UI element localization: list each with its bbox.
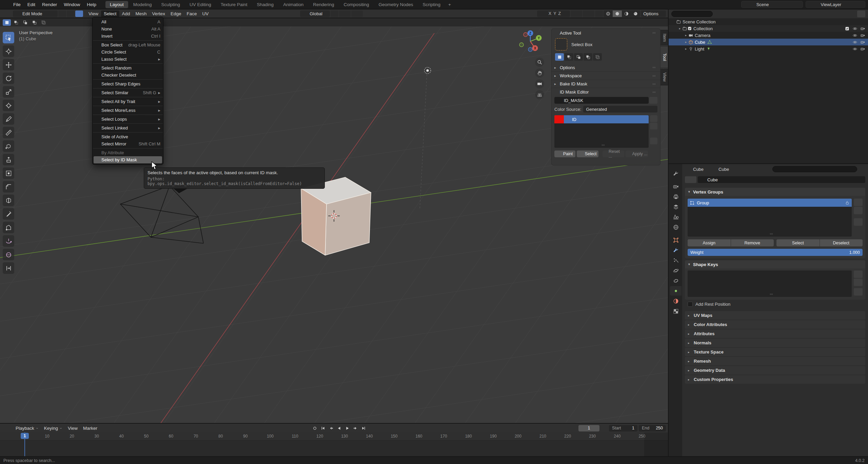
transform-tool-button[interactable] (3, 100, 14, 111)
weight-slider[interactable]: Weight 1.000 (688, 249, 863, 256)
play-button[interactable] (344, 425, 351, 431)
zoom-button[interactable] (535, 58, 544, 67)
remove-shape-key-button[interactable] (854, 279, 863, 286)
editor-type-button[interactable] (2, 425, 12, 431)
select-mask-button[interactable]: Select (577, 150, 598, 157)
edge-select-mode-button[interactable] (67, 11, 75, 17)
select-box-tool-button[interactable] (555, 38, 567, 51)
playhead-badge[interactable]: 1 (21, 433, 29, 439)
menu-item-select-linked[interactable]: Select Linked▸ (93, 124, 163, 132)
menu-item-invert[interactable]: InvertCtrl I (93, 33, 163, 40)
symmetry-x-toggle[interactable]: X (549, 11, 551, 16)
use-preview-range-button[interactable] (600, 425, 608, 431)
extend-selection-button[interactable] (12, 19, 20, 26)
breadcrumb-object[interactable]: Cube (693, 167, 704, 172)
extend-selection-button[interactable] (565, 53, 573, 61)
pan-hand-button[interactable] (535, 68, 544, 78)
assign-button[interactable]: Assign (688, 239, 731, 246)
measure-tool-button[interactable] (3, 127, 14, 138)
shading-material-button[interactable] (622, 11, 631, 17)
panel-header-uv-maps[interactable]: ▸UV Maps (685, 311, 865, 320)
symmetry-more-button[interactable] (563, 11, 570, 17)
camera-restrict-icon[interactable] (860, 33, 865, 38)
rotate-tool-button[interactable] (3, 73, 14, 84)
select-box-tool-button[interactable] (3, 32, 14, 43)
orientation-dropdown[interactable]: Global (300, 11, 330, 17)
workspace-tab-geometry-nodes[interactable]: Geometry Nodes (374, 1, 418, 8)
menu-item-lasso-select[interactable]: Lasso Select▸ (93, 56, 163, 63)
subtract-selection-button[interactable] (574, 53, 583, 61)
datablock-name-field[interactable]: Cube (698, 176, 865, 183)
select-button[interactable]: Select (776, 239, 820, 246)
symmetry-z-toggle[interactable]: Z (558, 11, 561, 16)
topbar-menu-render[interactable]: Render (39, 1, 60, 8)
loop-cut-tool-button[interactable] (3, 195, 14, 206)
vertex-groups-panel-header[interactable]: ▼Vertex Groups (685, 188, 865, 196)
add-id-button[interactable] (650, 115, 657, 122)
timeline-ruler[interactable]: 1020304050607080901001101201301401501601… (0, 432, 668, 441)
viewport-menu-add[interactable]: Add (119, 11, 133, 17)
panel-header-normals[interactable]: ▸Normals (685, 339, 865, 347)
disclosure-arrow-icon[interactable]: ▸ (684, 40, 688, 44)
workspace-tab-rendering[interactable]: Rendering (309, 1, 338, 8)
deselect-button[interactable]: Deselect (820, 239, 863, 246)
list-grip-icon[interactable] (768, 292, 775, 296)
timeline-menu-keying[interactable]: Keying (41, 425, 65, 431)
extrude-tool-button[interactable] (3, 154, 14, 165)
show-gizmos-button[interactable] (571, 11, 582, 17)
properties-tab-world[interactable] (670, 222, 682, 232)
panel-header-geometry-data[interactable]: ▸Geometry Data (685, 366, 865, 375)
invert-selection-button[interactable] (30, 19, 38, 26)
gizmo-neg-x-dot[interactable] (524, 33, 528, 37)
menu-item-none[interactable]: NoneAlt A (93, 25, 163, 33)
remove-vertex-group-button[interactable] (854, 207, 863, 214)
outliner-row-collection[interactable]: ▸Collection (669, 25, 868, 32)
show-overlays-button[interactable] (583, 11, 594, 17)
menu-item-checker-deselect[interactable]: Checker Deselect (93, 72, 163, 79)
undo-icon[interactable] (634, 117, 639, 122)
checkbox-icon[interactable] (845, 26, 850, 31)
light-object[interactable] (425, 67, 431, 74)
viewport-menu-face[interactable]: Face (184, 11, 199, 17)
add-shape-key-button[interactable] (854, 270, 863, 278)
outliner-search-input[interactable] (671, 11, 713, 17)
list-expand-arrow-icon[interactable] (556, 143, 559, 147)
menu-item-select-similar[interactable]: Select SimilarShift G▸ (93, 89, 163, 96)
symmetry-y-toggle[interactable]: Y (553, 11, 556, 16)
outliner-row-cube[interactable]: ▸Cube (669, 39, 868, 45)
active-tool-panel-header[interactable]: Active Tool (552, 29, 660, 37)
intersect-selection-button[interactable] (39, 19, 47, 26)
close-icon[interactable] (795, 2, 801, 7)
remove-id-button[interactable] (650, 123, 657, 129)
workspace-tab-scripting[interactable]: Scripting (418, 1, 445, 8)
editor-type-button[interactable] (2, 11, 12, 17)
timeline-menu-marker[interactable]: Marker (80, 425, 100, 431)
id-mask-name-field[interactable]: ID_MASK (554, 97, 649, 104)
menu-item-select-loops[interactable]: Select Loops▸ (93, 116, 163, 123)
menu-item-all[interactable]: AllA (93, 18, 163, 25)
outliner-row-scene-collection[interactable]: Scene Collection (669, 18, 868, 25)
shape-keys-panel-header[interactable]: ▼Shape Keys (685, 260, 865, 268)
add-vertex-group-button[interactable] (854, 199, 863, 206)
pin-icon[interactable] (859, 166, 865, 172)
id-mask-editor-panel-header[interactable]: ID Mask Editor (552, 88, 660, 96)
viewport-menu-view[interactable]: View (86, 11, 101, 17)
camera-restrict-icon[interactable] (860, 46, 865, 52)
properties-tab-particles[interactable] (670, 256, 682, 265)
pin-icon[interactable] (781, 2, 786, 7)
list-grip-icon[interactable] (768, 232, 775, 236)
viewport-menu-select[interactable]: Select (101, 11, 119, 17)
properties-search-input[interactable] (772, 166, 857, 172)
new-collection-button[interactable] (857, 11, 865, 17)
intersect-selection-button[interactable] (593, 53, 602, 61)
vertex-group-specials-button[interactable] (854, 218, 863, 226)
perspective-grid-button[interactable] (535, 90, 544, 99)
navigation-gizmo[interactable]: Z Y X (517, 28, 543, 54)
play-rev-button[interactable] (336, 425, 343, 431)
blender-logo-icon[interactable] (3, 1, 9, 8)
xray-toggle-button[interactable] (595, 11, 603, 17)
duplicate-icon[interactable] (788, 2, 793, 7)
record-button[interactable] (311, 425, 319, 431)
panel-header-custom-properties[interactable]: ▸Custom Properties (685, 375, 865, 384)
eye-icon[interactable] (852, 40, 857, 45)
